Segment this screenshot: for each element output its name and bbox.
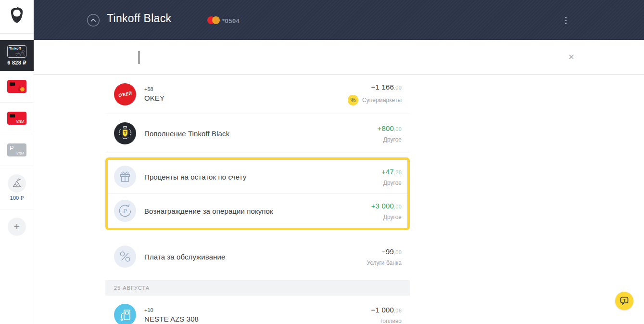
cashback-ruble-icon: ₽ [114, 200, 136, 222]
goal-mountain-icon [8, 174, 26, 193]
sidebar-card-gray-visa[interactable]: P VISA [0, 134, 34, 166]
transaction-category: Другое [383, 180, 402, 186]
more-menu-button[interactable] [561, 14, 570, 26]
card-sketch-decoration [15, 50, 25, 57]
card-chip [10, 114, 15, 117]
transaction-row-topup[interactable]: Т Пополнение Tinkoff Black +800,00 Друго… [105, 114, 410, 153]
transaction-name: Проценты на остаток по счету [144, 173, 381, 181]
gray-visa-thumbnail: P VISA [7, 143, 26, 156]
sidebar-card-tinkoff-black-active[interactable]: Tinkoff 6 828 ₽ [0, 40, 34, 71]
card-letter: P [10, 144, 14, 152]
page-title: Tinkoff Black [107, 12, 171, 25]
cashback-percent-badge-icon: % [348, 95, 358, 105]
sidebar-goal[interactable]: 100 ₽ [0, 166, 34, 209]
kebab-dot [565, 20, 567, 21]
okey-logo-text: О'КЕЙ [118, 91, 132, 97]
ruble-glyph: ₽ [123, 207, 127, 215]
tinkoff-crest-icon: Т [114, 122, 136, 144]
merchant-name: OKEY [144, 94, 348, 102]
visa-logo: VISA [16, 120, 25, 123]
transaction-row-fee[interactable]: Плата за обслуживание −99,00 Услуги банк… [105, 235, 410, 278]
percent-icon [114, 246, 136, 268]
gift-icon [114, 166, 136, 188]
transaction-category: Топливо [379, 318, 402, 324]
merchant-name: NESTE AZS 308 [144, 315, 371, 323]
card-number-mask: *0504 [222, 17, 240, 25]
highlighted-transactions-group: Проценты на остаток по счету +47,28 Друг… [105, 157, 410, 230]
collapse-card-button[interactable] [87, 13, 100, 27]
red-visa-thumbnail: VISA [7, 112, 26, 125]
transaction-row-neste[interactable]: +10 NESTE AZS 308 −1 000,06 Топливо [105, 296, 410, 324]
kebab-dot [565, 23, 567, 24]
sidebar-card-visa-red[interactable]: VISA [0, 103, 34, 134]
tinkoff-app-window: Tinkoff 6 828 ₽ VISA P [0, 0, 644, 324]
cashback-points-label: +58 [144, 86, 348, 92]
card-balance: 6 828 ₽ [7, 60, 26, 66]
chevron-up-icon [87, 13, 100, 27]
close-search-button[interactable]: ✕ [565, 51, 578, 64]
chat-button[interactable]: T [615, 292, 633, 310]
transaction-category: Услуги банка [367, 259, 402, 266]
transaction-amount: −1 166,00 [348, 83, 402, 91]
mastercard-logo-icon [207, 16, 220, 24]
transaction-name: Пополнение Tinkoff Black [144, 130, 378, 138]
chat-bubble-icon: T [619, 295, 630, 307]
transaction-amount: +3 000,00 [371, 202, 402, 210]
chat-letter: T [623, 298, 626, 303]
plus-icon: + [8, 218, 26, 236]
kebab-dot [565, 17, 567, 18]
fuel-pump-icon [114, 304, 136, 324]
transaction-name: Плата за обслуживание [144, 253, 367, 261]
transaction-category: Другое [383, 214, 402, 220]
red-mastercard-thumbnail [7, 80, 26, 93]
transaction-category: Супермаркеты [362, 97, 402, 104]
transaction-row-okey[interactable]: О'КЕЙ +58 OKEY −1 166,00 % Супермаркеты [105, 75, 410, 114]
beard-avatar-icon [7, 6, 26, 27]
transaction-category: Другое [383, 136, 402, 143]
tinkoff-logo[interactable] [0, 0, 34, 34]
tinkoff-black-card-thumbnail: Tinkoff [7, 45, 26, 58]
transaction-amount: +800,00 [378, 124, 402, 132]
search-bar: ✕ [34, 40, 644, 75]
visa-logo: VISA [16, 152, 25, 155]
sidebar-card-mastercard-red[interactable] [0, 71, 34, 103]
transaction-row-reward[interactable]: ₽ Вознаграждение за операции покупок +3 … [108, 194, 407, 228]
transaction-row-interest[interactable]: Проценты на остаток по счету +47,28 Друг… [108, 160, 407, 194]
transactions-list: О'КЕЙ +58 OKEY −1 166,00 % Супермаркеты [105, 75, 410, 324]
goal-amount: 100 ₽ [10, 195, 24, 201]
add-card-button[interactable]: + [0, 209, 34, 244]
transaction-name: Вознаграждение за операции покупок [144, 207, 371, 215]
date-separator: 25 АВГУСТА [105, 280, 410, 296]
transaction-amount: −99,00 [367, 247, 402, 256]
card-chip [10, 82, 15, 86]
search-input[interactable] [105, 40, 538, 74]
accounts-sidebar: Tinkoff 6 828 ₽ VISA P [0, 0, 34, 324]
okey-merchant-logo-icon: О'КЕЙ [114, 83, 136, 105]
transaction-amount: −1 000,06 [371, 306, 402, 314]
text-caret [139, 51, 139, 64]
transaction-amount: +47,28 [381, 168, 402, 176]
mastercard-logo-icon [18, 87, 25, 91]
card-header-bar: Tinkoff Black *0504 [34, 0, 644, 40]
crest-letter: Т [124, 130, 126, 135]
cashback-points-label: +10 [144, 307, 371, 313]
